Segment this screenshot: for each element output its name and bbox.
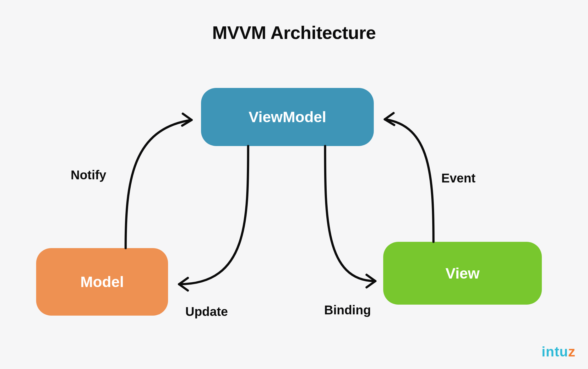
node-view: View: [383, 242, 542, 305]
node-model: Model: [36, 248, 168, 316]
brand-logo-part1: InTU: [542, 344, 568, 359]
label-update: Update: [185, 305, 228, 319]
arrow-notify: [126, 120, 192, 248]
arrowhead-event: [385, 113, 394, 125]
node-model-label: Model: [80, 273, 124, 290]
arrow-event: [385, 119, 433, 242]
arrowhead-binding: [367, 275, 375, 287]
label-notify: Notify: [71, 168, 106, 182]
arrow-update: [179, 146, 248, 284]
label-event: Event: [441, 171, 476, 185]
arrowhead-update: [179, 278, 188, 290]
brand-logo: InTUZ: [542, 344, 575, 360]
arrow-binding: [325, 146, 375, 281]
node-viewmodel: ViewModel: [201, 88, 374, 146]
diagram-title: MVVM Architecture: [0, 22, 588, 43]
node-view-label: View: [445, 265, 480, 282]
node-viewmodel-label: ViewModel: [248, 108, 326, 126]
arrowhead-notify: [182, 114, 192, 126]
label-binding: Binding: [324, 303, 371, 317]
brand-logo-part2: Z: [568, 344, 575, 359]
